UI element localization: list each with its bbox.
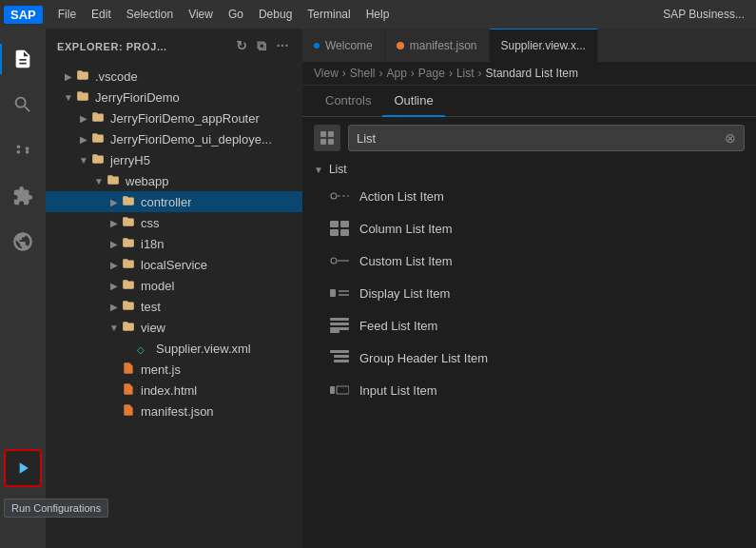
list-item-input[interactable]: Input List Item [302,374,756,406]
tab-controls[interactable]: Controls [314,86,382,117]
sidebar-header: EXPLORER: PROJ... ↻ ⧉ ··· [46,29,302,64]
search-input[interactable] [357,131,725,146]
tree-item-model[interactable]: ▶model [46,275,302,296]
run-configurations-tooltip: Run Configurations [4,499,108,518]
svg-rect-10 [330,229,339,236]
tab-supplier[interactable]: Supplier.view.x... [490,29,598,62]
tree-arrow: ▼ [61,92,76,103]
svg-point-12 [331,258,337,264]
breadcrumb-page[interactable]: Page [418,67,445,80]
menu-file[interactable]: File [50,4,84,25]
menu-go[interactable]: Go [221,4,251,25]
list-item-feed[interactable]: Feed List Item [302,309,756,342]
svg-rect-14 [330,289,336,297]
activity-source-control[interactable] [0,127,46,173]
svg-rect-20 [330,330,339,333]
menu-terminal[interactable]: Terminal [300,4,358,25]
sidebar-actions: ↻ ⧉ ··· [234,36,291,56]
tree-arrow: ▶ [61,71,76,82]
refresh-icon[interactable]: ↻ [234,36,250,56]
tree-item-jerryh5[interactable]: ▼jerryH5 [46,149,302,170]
list-item-group[interactable]: Group Header List Item [302,342,756,374]
tree-item-localservice[interactable]: ▶localService [46,254,302,275]
tab-bar: Welcome manifest.json Supplier.view.x... [302,29,756,62]
tree-item-jerryfiori[interactable]: ▼JerryFioriDemo [46,87,302,108]
breadcrumb-standard-list-item[interactable]: Standard List Item [486,67,578,80]
tree-item-manifest[interactable]: manifest.json [46,401,302,421]
split-icon[interactable]: ⧉ [255,36,269,56]
search-list-icon [314,125,340,151]
tree-item-view[interactable]: ▼view [46,317,302,338]
svg-rect-2 [320,131,326,137]
tree-item-test[interactable]: ▶test [46,296,302,317]
activity-search[interactable] [0,82,46,127]
list-item-icon-group [329,347,350,368]
svg-rect-25 [337,386,349,394]
svg-rect-5 [328,139,334,145]
tree-item-index[interactable]: index.html [46,380,302,401]
tree-label: i18n [141,237,165,251]
editor-area: Welcome manifest.json Supplier.view.x...… [302,29,756,548]
tree-arrow: ▶ [107,239,122,249]
menu-debug[interactable]: Debug [251,4,300,25]
tree-arrow: ▶ [107,197,122,207]
activity-remote[interactable] [0,219,46,264]
tree-arrow: ▶ [76,134,91,145]
run-area: Run Configurations [0,445,46,491]
tree-label: controller [141,195,191,209]
breadcrumb-list[interactable]: List [456,67,475,80]
tree-file-icon [91,152,107,168]
tree-label: webapp [126,174,169,188]
menu-help[interactable]: Help [359,4,397,25]
tab-welcome[interactable]: Welcome [302,29,385,62]
tree-arrow: ▼ [76,155,91,166]
tree-file-icon [122,382,137,399]
tree-label: JerryFioriDemo_appRouter [110,111,260,126]
list-item-action[interactable]: Action List Item [302,180,756,212]
breadcrumb-shell[interactable]: Shell [350,67,376,80]
tree-item-component[interactable]: ment.js [46,359,302,380]
tree-label: JerryFioriDemo_ui_deploye... [110,132,272,147]
tree-file-icon [91,110,107,127]
svg-rect-24 [330,386,335,394]
svg-rect-22 [334,355,349,358]
tree-item-i18n[interactable]: ▶i18n [46,233,302,254]
activity-extensions[interactable] [0,173,46,219]
list-items: Action List Item Column List Item Custom… [302,180,756,406]
tree-item-approuter[interactable]: ▶JerryFioriDemo_appRouter [46,108,302,128]
menu-view[interactable]: View [181,4,221,25]
menu-edit[interactable]: Edit [84,4,119,25]
run-configurations-button[interactable] [4,449,42,487]
breadcrumb-app[interactable]: App [386,67,406,80]
tree-label: view [141,321,165,335]
tab-manifest[interactable]: manifest.json [385,29,490,62]
breadcrumb-view[interactable]: View [314,67,339,80]
list-item-column[interactable]: Column List Item [302,212,756,245]
tree-item-webapp[interactable]: ▼webapp [46,170,302,191]
tree-file-icon [122,320,137,336]
svg-rect-19 [330,327,349,330]
svg-rect-3 [328,131,334,137]
list-group-header[interactable]: ▼ List [302,159,756,180]
tree-item-css[interactable]: ▶css [46,212,302,233]
tab-label-supplier: Supplier.view.x... [501,39,586,52]
svg-rect-23 [334,360,349,362]
search-clear-button[interactable]: ⊗ [725,130,736,146]
activity-files[interactable] [0,36,46,82]
tree-item-controller[interactable]: ▶controller [46,191,302,212]
tree-file-icon [107,173,122,189]
tree-arrow: ▼ [107,323,122,333]
svg-rect-21 [330,350,349,353]
list-item-label-display: Display List Item [359,286,450,301]
tree-item-uideploy[interactable]: ▶JerryFioriDemo_ui_deploye... [46,128,302,149]
tree-item-supplier[interactable]: ◇Supplier.view.xml [46,338,302,359]
list-item-custom[interactable]: Custom List Item [302,245,756,277]
tree-item-vscode[interactable]: ▶.vscode [46,66,302,87]
list-item-icon-display [329,283,350,303]
more-icon[interactable]: ··· [275,36,291,56]
list-item-icon-feed [329,315,350,336]
menu-selection[interactable]: Selection [119,4,181,25]
sidebar: EXPLORER: PROJ... ↻ ⧉ ··· ▶.vscode▼Jerry… [46,29,302,548]
tab-outline[interactable]: Outline [382,86,444,117]
list-item-display[interactable]: Display List Item [302,277,756,309]
